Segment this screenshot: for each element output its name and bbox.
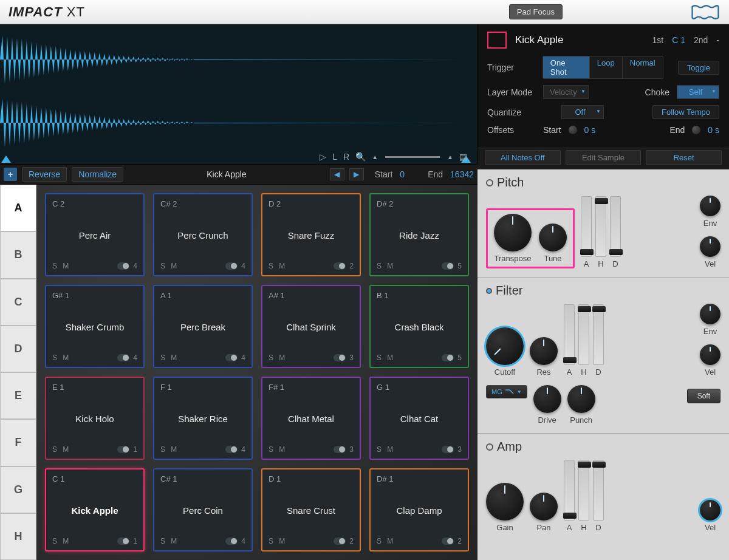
prev-sample-button[interactable]: ◀ [330, 168, 344, 180]
pad-F1[interactable]: F 1Shaker RiceS M4 [153, 377, 253, 460]
pad-output-toggle[interactable] [117, 446, 129, 453]
pad-output-toggle[interactable] [225, 354, 238, 361]
pad-focus-button[interactable]: Pad Focus [509, 4, 563, 19]
pad-solo-mute[interactable]: S M [377, 445, 395, 454]
pad-color-swatch[interactable] [487, 32, 507, 49]
pad-output-toggle[interactable] [334, 354, 346, 361]
pad-E1[interactable]: E 1Kick HoloS M1 [45, 377, 145, 460]
normalize-button[interactable]: Normalize [72, 167, 123, 182]
pad-output-toggle[interactable] [117, 354, 129, 361]
pitch-vel-knob[interactable] [700, 236, 720, 257]
channel-L-button[interactable]: L [332, 152, 337, 162]
pitch-decay-slider[interactable] [610, 196, 621, 257]
bank-A[interactable]: A [0, 185, 36, 231]
pad-solo-mute[interactable]: S M [269, 262, 287, 270]
trigger-loop[interactable]: Loop [590, 56, 623, 78]
pad-solo-mute[interactable]: S M [160, 445, 179, 454]
res-knob[interactable] [530, 337, 558, 365]
bank-F[interactable]: F [0, 419, 36, 466]
pan-knob[interactable] [530, 493, 558, 521]
pad-solo-mute[interactable]: S M [160, 537, 179, 545]
end-value[interactable]: 16342 [450, 169, 474, 179]
pad-output-toggle[interactable] [225, 538, 238, 545]
drive-knob[interactable] [533, 385, 561, 413]
gain-knob[interactable] [486, 483, 524, 521]
filter-hold-slider[interactable] [578, 304, 589, 365]
start-marker-icon[interactable] [1, 155, 11, 163]
pitch-enable-icon[interactable] [486, 179, 493, 186]
pad-solo-mute[interactable]: S M [52, 445, 70, 454]
soft-button[interactable]: Soft [687, 389, 720, 403]
pad-C1[interactable]: C 1Kick AppleS M1 [45, 468, 145, 551]
bank-E[interactable]: E [0, 372, 36, 419]
pitch-env-knob[interactable] [700, 196, 720, 216]
fit-icon[interactable]: ▤ [459, 152, 467, 162]
filter-env-knob[interactable] [700, 304, 720, 324]
quantize-dropdown[interactable]: Off [561, 105, 604, 119]
follow-tempo-button[interactable]: Follow Tempo [652, 105, 719, 119]
pad-solo-mute[interactable]: S M [52, 537, 70, 545]
bank-D[interactable]: D [0, 326, 36, 372]
vzoom-caret-icon[interactable]: ▲ [372, 154, 378, 160]
all-notes-off-button[interactable]: All Notes Off [485, 150, 561, 165]
filter-attack-slider[interactable] [564, 304, 575, 365]
pad-output-toggle[interactable] [117, 262, 129, 270]
pad-solo-mute[interactable]: S M [269, 537, 287, 545]
pad-solo-mute[interactable]: S M [269, 445, 287, 454]
channel-R-button[interactable]: R [343, 152, 349, 162]
pad-Csharp1[interactable]: C# 1Perc CoinS M4 [153, 468, 253, 551]
start-value[interactable]: 0 [400, 169, 405, 179]
offset-end-value[interactable]: 0 s [708, 125, 719, 135]
waveform-display[interactable]: ▷ L R 🔍 ▲ ▲ ▤ [0, 24, 477, 164]
pad-Dsharp1[interactable]: D# 1Clap DampS M2 [369, 468, 469, 551]
choke-dropdown[interactable]: Self [677, 85, 719, 99]
pad-C2[interactable]: C 2Perc AirS M4 [45, 193, 145, 276]
layer-2-note[interactable]: - [716, 35, 719, 45]
zoom-icon[interactable]: 🔍 [355, 152, 366, 162]
zoom-slider[interactable] [385, 156, 440, 158]
pad-output-toggle[interactable] [225, 446, 238, 453]
punch-knob[interactable] [567, 385, 595, 413]
filter-decay-slider[interactable] [593, 304, 604, 365]
pad-solo-mute[interactable]: S M [377, 537, 395, 545]
trigger-oneshot[interactable]: One Shot [543, 56, 590, 78]
offset-end-knob[interactable] [692, 126, 700, 134]
amp-enable-icon[interactable] [486, 443, 493, 451]
amp-attack-slider[interactable] [564, 460, 575, 521]
trigger-toggle-button[interactable]: Toggle [678, 61, 719, 75]
offset-start-value[interactable]: 0 s [584, 125, 596, 135]
hzoom-caret-icon[interactable]: ▲ [447, 154, 453, 160]
pad-solo-mute[interactable]: S M [160, 353, 179, 362]
trigger-normal[interactable]: Normal [623, 56, 663, 78]
pitch-hold-slider[interactable] [595, 196, 606, 257]
pad-A1[interactable]: A 1Perc BreakS M4 [153, 285, 253, 368]
pad-solo-mute[interactable]: S M [52, 353, 70, 362]
offset-start-knob[interactable] [569, 126, 577, 134]
filter-type-dropdown[interactable]: MG▼ [486, 385, 527, 398]
pad-Csharp2[interactable]: C# 2Perc CrunchS M4 [153, 193, 253, 276]
pad-solo-mute[interactable]: S M [269, 353, 287, 362]
pad-output-toggle[interactable] [442, 354, 454, 361]
play-icon[interactable]: ▷ [320, 152, 326, 162]
pad-solo-mute[interactable]: S M [377, 353, 395, 362]
filter-vel-knob[interactable] [700, 344, 720, 365]
reset-button[interactable]: Reset [646, 150, 722, 165]
pad-output-toggle[interactable] [334, 446, 346, 453]
pad-output-toggle[interactable] [117, 538, 129, 545]
amp-hold-slider[interactable] [578, 460, 589, 521]
edit-sample-button[interactable]: Edit Sample [566, 150, 642, 165]
amp-vel-knob[interactable] [700, 500, 720, 521]
pad-output-toggle[interactable] [442, 262, 454, 270]
pad-Gsharp1[interactable]: G# 1Shaker CrumbS M4 [45, 285, 145, 368]
pad-output-toggle[interactable] [225, 262, 238, 270]
bank-B[interactable]: B [0, 231, 36, 278]
layer-1-note[interactable]: C 1 [672, 35, 685, 45]
pad-Fsharp1[interactable]: F# 1Clhat MetalS M3 [261, 377, 361, 460]
pad-output-toggle[interactable] [334, 538, 346, 545]
pad-B1[interactable]: B 1Crash BlackS M5 [369, 285, 469, 368]
filter-enable-icon[interactable] [486, 288, 492, 294]
pad-solo-mute[interactable]: S M [52, 262, 70, 270]
pad-Dsharp2[interactable]: D# 2Ride JazzS M5 [369, 193, 469, 276]
next-sample-button[interactable]: ▶ [349, 168, 364, 180]
layermode-dropdown[interactable]: Velocity [543, 85, 589, 99]
